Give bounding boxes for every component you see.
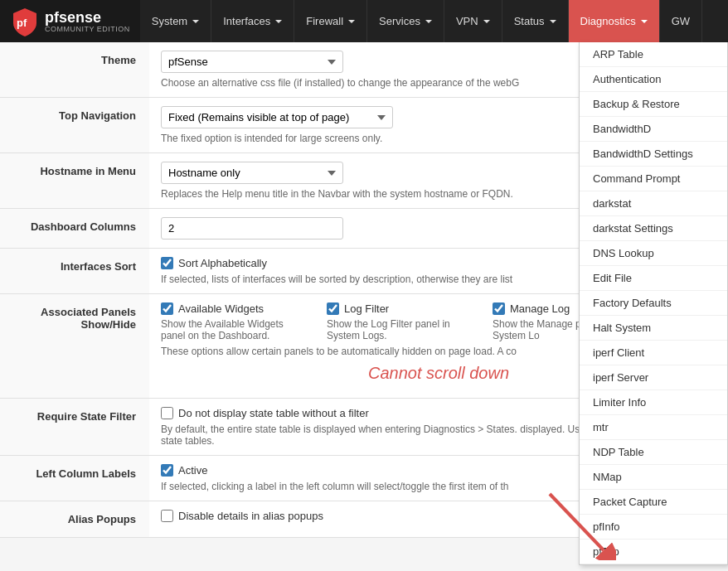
menu-item-pftop[interactable]: pfTop xyxy=(580,540,727,564)
diagnostics-dropdown: ARP Table Authentication Backup & Restor… xyxy=(579,42,728,565)
manage-log-checkbox[interactable] xyxy=(493,302,505,315)
interfaces-sort-checkbox[interactable] xyxy=(161,257,173,269)
available-widgets-checkbox[interactable] xyxy=(161,302,173,315)
nav-item-interfaces[interactable]: Interfaces xyxy=(211,0,294,42)
label-require-state-filter: Require State Filter xyxy=(0,399,149,456)
left-column-labels-text: Active xyxy=(178,464,207,477)
menu-item-bandwidthd-settings[interactable]: BandwidthD Settings xyxy=(580,142,727,167)
menu-item-authentication[interactable]: Authentication xyxy=(580,67,727,92)
brand-name: pfsense xyxy=(45,10,130,25)
left-column-labels-checkbox[interactable] xyxy=(161,464,173,477)
alias-popups-checkbox[interactable] xyxy=(161,510,173,522)
logo: pf pfsense COMMUNITY EDITION xyxy=(10,7,130,36)
label-associated-panels: Associated Panels Show/Hide xyxy=(0,294,149,399)
nav-diagnostics-caret-icon xyxy=(641,20,648,23)
label-theme: Theme xyxy=(0,42,149,98)
menu-item-mtr[interactable]: mtr xyxy=(580,415,727,440)
label-alias-popups: Alias Popups xyxy=(0,501,149,538)
nav-system-label: System xyxy=(152,15,187,27)
available-widgets-label[interactable]: Available Widgets xyxy=(161,302,310,315)
pfsense-logo-icon: pf xyxy=(10,7,40,36)
nav-vpn-label: VPN xyxy=(456,15,478,27)
alias-popups-text: Disable details in alias popups xyxy=(178,510,323,522)
label-left-column-labels: Left Column Labels xyxy=(0,456,149,501)
menu-item-arp-table[interactable]: ARP Table xyxy=(580,42,727,67)
label-hostname-menu: Hostname in Menu xyxy=(0,153,149,209)
menu-item-ndp-table[interactable]: NDP Table xyxy=(580,440,727,465)
available-widgets-help: Show the Available Widgets panel on the … xyxy=(161,318,310,341)
log-filter-help: Show the Log Filter panel in System Logs… xyxy=(327,318,476,341)
brand: pf pfsense COMMUNITY EDITION xyxy=(0,0,140,42)
label-dashboard-columns: Dashboard Columns xyxy=(0,209,149,249)
nav-item-system[interactable]: System xyxy=(140,0,211,42)
menu-item-halt-system[interactable]: Halt System xyxy=(580,316,727,341)
nav-diagnostics-label: Diagnostics xyxy=(580,15,636,27)
nav-item-services[interactable]: Services xyxy=(367,0,444,42)
nav-vpn-caret-icon xyxy=(483,20,490,23)
menu-item-pfinfo[interactable]: pfInfo xyxy=(580,515,727,540)
nav-status-caret-icon xyxy=(550,20,556,23)
dashboard-columns-input[interactable] xyxy=(161,217,343,240)
menu-item-darkstat[interactable]: darkstat xyxy=(580,191,727,216)
nav-item-diagnostics[interactable]: Diagnostics xyxy=(569,0,660,42)
top-navigation-select[interactable]: Fixed (Remains visible at top of page) xyxy=(161,106,393,128)
brand-edition: COMMUNITY EDITION xyxy=(45,25,130,33)
label-interfaces-sort: Interfaces Sort xyxy=(0,249,149,294)
require-state-filter-checkbox[interactable] xyxy=(161,407,173,419)
nav-item-vpn[interactable]: VPN xyxy=(444,0,502,42)
nav-item-status[interactable]: Status xyxy=(502,0,569,42)
menu-item-darkstat-settings[interactable]: darkstat Settings xyxy=(580,216,727,241)
log-filter-text: Log Filter xyxy=(344,302,389,315)
menu-item-edit-file[interactable]: Edit File xyxy=(580,266,727,291)
log-filter-label[interactable]: Log Filter xyxy=(327,302,476,315)
menu-item-bandwidthd[interactable]: BandwidthD xyxy=(580,117,727,142)
nav-item-gw[interactable]: GW xyxy=(660,0,702,42)
manage-log-text: Manage Log xyxy=(510,302,570,315)
interfaces-sort-text: Sort Alphabetically xyxy=(178,257,267,269)
menu-item-command-prompt[interactable]: Command Prompt xyxy=(580,167,727,191)
label-top-navigation: Top Navigation xyxy=(0,98,149,153)
menu-item-packet-capture[interactable]: Packet Capture xyxy=(580,490,727,515)
menu-item-dns-lookup[interactable]: DNS Lookup xyxy=(580,241,727,266)
nav-services-label: Services xyxy=(379,15,420,27)
nav-system-caret-icon xyxy=(192,20,199,23)
nav-interfaces-label: Interfaces xyxy=(223,15,270,27)
navbar: pf pfsense COMMUNITY EDITION System Inte… xyxy=(0,0,728,42)
nav-status-label: Status xyxy=(514,15,545,27)
menu-item-iperf-server[interactable]: iperf Server xyxy=(580,365,727,390)
available-widgets-text: Available Widgets xyxy=(178,302,264,315)
menu-item-iperf-client[interactable]: iperf Client xyxy=(580,341,727,365)
hostname-menu-select[interactable]: Hostname only xyxy=(161,162,343,184)
log-filter-checkbox[interactable] xyxy=(327,302,339,315)
nav-services-caret-icon xyxy=(425,20,432,23)
panel-available-widgets: Available Widgets Show the Available Wid… xyxy=(161,302,310,341)
menu-item-nmap[interactable]: NMap xyxy=(580,465,727,490)
require-state-filter-text: Do not display state table without a fil… xyxy=(178,407,369,419)
nav-item-firewall[interactable]: Firewall xyxy=(294,0,367,42)
menu-item-factory-defaults[interactable]: Factory Defaults xyxy=(580,291,727,316)
nav-gw-label: GW xyxy=(672,15,690,27)
menu-item-backup-restore[interactable]: Backup & Restore xyxy=(580,92,727,117)
nav-firewall-caret-icon xyxy=(348,20,355,23)
menu-item-limiter-info[interactable]: Limiter Info xyxy=(580,390,727,415)
nav-interfaces-caret-icon xyxy=(275,20,282,23)
theme-select[interactable]: pfSense xyxy=(161,51,343,73)
nav-firewall-label: Firewall xyxy=(306,15,343,27)
panel-log-filter: Log Filter Show the Log Filter panel in … xyxy=(327,302,476,341)
svg-text:pf: pf xyxy=(17,17,27,29)
nav-menu: System Interfaces Firewall Services VPN … xyxy=(140,0,702,42)
